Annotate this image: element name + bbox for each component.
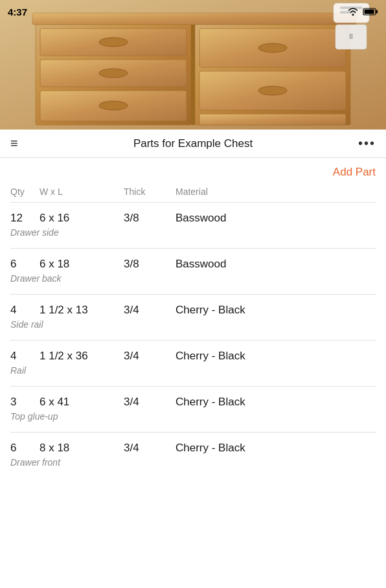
nav-bar: ≡ Parts for Example Chest ••• <box>0 130 386 158</box>
part-label: Drawer side <box>10 227 376 244</box>
part-material: Cherry - Black <box>176 350 376 363</box>
status-time: 4:37 <box>8 6 27 17</box>
menu-icon[interactable]: ≡ <box>10 136 18 151</box>
part-thick: 3/4 <box>124 304 176 317</box>
table-row[interactable]: 6 6 x 18 3/8 Basswood Drawer back <box>10 248 376 294</box>
parts-list: 12 6 x 16 3/8 Basswood Drawer side 6 6 x… <box>10 202 376 487</box>
part-label: Drawer back <box>10 273 376 290</box>
content-area: Add Part Qty W x L Thick Material 12 6 x… <box>0 158 386 487</box>
table-row[interactable]: 6 8 x 18 3/4 Cherry - Black Drawer front <box>10 432 376 487</box>
table-row[interactable]: 12 6 x 16 3/8 Basswood Drawer side <box>10 202 376 248</box>
status-icons <box>347 8 378 16</box>
svg-text:II: II <box>349 33 353 40</box>
svg-point-11 <box>99 101 128 110</box>
col-header-thick: Thick <box>124 187 176 197</box>
table-header: Qty W x L Thick Material <box>10 184 376 202</box>
part-thick: 3/4 <box>124 396 176 409</box>
part-label: Rail <box>10 365 376 382</box>
status-bar: 4:37 <box>0 0 386 19</box>
chest-illustration: II <box>0 0 386 130</box>
part-label: Drawer front <box>10 457 376 474</box>
part-wxl: 1 1/2 x 36 <box>40 350 124 363</box>
svg-rect-12 <box>191 25 195 125</box>
svg-point-9 <box>99 69 128 78</box>
add-part-button[interactable]: Add Part <box>333 166 376 179</box>
part-wxl: 6 x 18 <box>40 258 124 271</box>
part-material: Cherry - Black <box>176 396 376 409</box>
more-icon[interactable]: ••• <box>358 136 376 151</box>
hero-image: II <box>0 0 386 130</box>
part-material: Basswood <box>176 212 376 225</box>
part-material: Cherry - Black <box>176 304 376 317</box>
part-material: Basswood <box>176 258 376 271</box>
table-row[interactable]: 3 6 x 41 3/4 Cherry - Black Top glue-up <box>10 386 376 432</box>
battery-icon <box>363 8 378 16</box>
part-label: Side rail <box>10 319 376 336</box>
part-qty: 3 <box>10 396 40 409</box>
part-wxl: 6 x 41 <box>40 396 124 409</box>
svg-rect-1 <box>376 10 378 14</box>
part-qty: 4 <box>10 350 40 363</box>
col-header-qty: Qty <box>10 187 40 197</box>
svg-point-15 <box>258 43 287 52</box>
wifi-icon <box>347 8 359 16</box>
part-material: Cherry - Black <box>176 442 376 455</box>
add-part-row: Add Part <box>10 158 376 184</box>
page-title: Parts for Example Chest <box>133 137 253 150</box>
part-label: Top glue-up <box>10 411 376 428</box>
svg-rect-2 <box>365 10 374 14</box>
part-qty: 12 <box>10 212 40 225</box>
part-thick: 3/8 <box>124 212 176 225</box>
part-qty: 6 <box>10 442 40 455</box>
table-row[interactable]: 4 1 1/2 x 13 3/4 Cherry - Black Side rai… <box>10 294 376 340</box>
svg-point-17 <box>258 86 287 95</box>
part-qty: 6 <box>10 258 40 271</box>
svg-point-7 <box>99 38 128 47</box>
part-wxl: 6 x 16 <box>40 212 124 225</box>
part-wxl: 1 1/2 x 13 <box>40 304 124 317</box>
col-header-wxl: W x L <box>40 187 124 197</box>
part-thick: 3/4 <box>124 350 176 363</box>
svg-rect-18 <box>199 114 346 125</box>
part-thick: 3/8 <box>124 258 176 271</box>
part-wxl: 8 x 18 <box>40 442 124 455</box>
col-header-material: Material <box>176 187 376 197</box>
part-qty: 4 <box>10 304 40 317</box>
part-thick: 3/4 <box>124 442 176 455</box>
table-row[interactable]: 4 1 1/2 x 36 3/4 Cherry - Black Rail <box>10 340 376 386</box>
